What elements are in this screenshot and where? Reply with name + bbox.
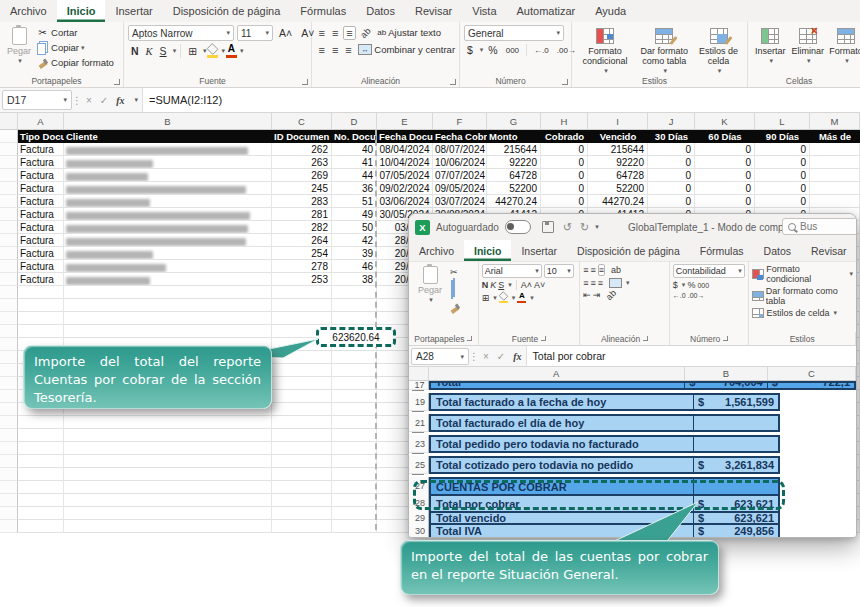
select-all-corner[interactable] [0, 113, 18, 129]
dialog-launcher-icon[interactable] [541, 336, 546, 341]
cell-d90[interactable]: 0 [755, 143, 810, 156]
decrease-font-button[interactable]: A˅ [534, 280, 545, 290]
tab-archivo[interactable]: Archivo [0, 0, 57, 22]
empty-cell[interactable] [272, 312, 332, 325]
cell-fecha_doc[interactable]: 09/02/2024 [377, 182, 433, 195]
header-fecha-docun[interactable]: Fecha Docun [377, 130, 433, 143]
tab-inicio[interactable]: Inicio [57, 0, 106, 22]
align-left-icon[interactable]: ≡ [583, 278, 588, 288]
empty-cell[interactable] [332, 481, 377, 494]
row-number[interactable]: 20 [0, 377, 18, 390]
delete-cells-button[interactable]: Eliminar ▾ [789, 25, 828, 66]
copy-button[interactable] [450, 281, 458, 299]
formula-input[interactable]: =SUMA(I2:I12) [142, 88, 860, 112]
cell-client[interactable] [64, 182, 272, 195]
fill-color-button[interactable] [499, 292, 508, 303]
row-number[interactable]: 19 [409, 393, 429, 411]
cell-vencido[interactable]: 64728 [588, 169, 648, 182]
row-number[interactable]: 10 [0, 247, 18, 260]
wrap-text-button[interactable]: abAjustar texto [377, 25, 441, 40]
cell-tipo[interactable]: Factura [18, 260, 64, 273]
empty-cell[interactable] [332, 468, 377, 481]
cell-d60[interactable]: 0 [695, 143, 755, 156]
font-color-button[interactable]: A [226, 44, 237, 58]
empty-cell[interactable] [64, 442, 272, 455]
cell-d30[interactable]: 0 [648, 143, 695, 156]
empty-cell[interactable] [64, 416, 272, 429]
header-30-dias[interactable]: 30 Días [648, 130, 695, 143]
empty-cell[interactable] [64, 520, 272, 533]
tab-formulas[interactable]: Fórmulas [290, 0, 356, 22]
cell-client[interactable] [64, 195, 272, 208]
cell-cobrado[interactable]: 0 [541, 169, 588, 182]
cell-client[interactable] [64, 273, 272, 286]
cell-d30[interactable]: 0 [648, 169, 695, 182]
column-header-C[interactable]: C [272, 113, 332, 129]
bold-button[interactable]: N [128, 45, 142, 57]
cell-d30[interactable]: 0 [648, 195, 695, 208]
column-header-A[interactable]: A [429, 367, 685, 380]
align-center-icon[interactable]: ≡ [591, 278, 596, 288]
cell-styles-button[interactable]: Estilos de celda▾ [752, 308, 853, 318]
cell-label[interactable]: Total facturado el día de hoy [431, 416, 693, 430]
cell-fecha_doc[interactable]: 07/05/2024 [377, 169, 433, 182]
header-60-dias[interactable]: 60 Días [695, 130, 755, 143]
align-left-icon[interactable]: ≡ [316, 44, 327, 56]
empty-cell[interactable] [64, 494, 272, 507]
column-header-A[interactable]: A [18, 113, 64, 129]
empty-cell[interactable] [64, 429, 272, 442]
empty-cell[interactable] [332, 429, 377, 442]
empty-cell[interactable] [18, 442, 64, 455]
cell-id[interactable]: 253 [272, 273, 332, 286]
row-number[interactable]: 24 [0, 429, 18, 442]
empty-cell[interactable] [272, 299, 332, 312]
borders-button[interactable]: ⊞ [482, 293, 490, 303]
cell-client[interactable] [64, 234, 272, 247]
cut-button[interactable]: ✂Cortar [36, 25, 114, 40]
row-number[interactable]: 21 [409, 414, 429, 432]
cell-monto[interactable]: 92220 [487, 156, 541, 169]
cell-tipo[interactable]: Factura [18, 195, 64, 208]
row-number[interactable]: 17 [0, 338, 18, 351]
decrease-indent-icon[interactable]: ⇤ [583, 290, 591, 300]
orientation-icon[interactable]: ab [357, 24, 375, 42]
tab-automatizar[interactable]: Automatizar [507, 0, 586, 22]
format-as-table-button[interactable]: Dar formato como tabla [752, 286, 853, 306]
empty-cell[interactable] [332, 390, 377, 403]
increase-indent-icon[interactable]: ⇥ [593, 290, 601, 300]
fill-color-button[interactable] [207, 44, 218, 58]
decrease-decimal-button[interactable]: .00→ [688, 292, 705, 299]
insert-cells-button[interactable]: Insertar ▾ [752, 25, 789, 66]
cell-d60[interactable]: 0 [695, 182, 755, 195]
row-number[interactable]: 9 [0, 234, 18, 247]
comma-format-button[interactable]: 000 [503, 46, 522, 55]
cell-id[interactable]: 278 [272, 260, 332, 273]
percent-format-button[interactable]: % [687, 280, 695, 290]
empty-cell[interactable] [272, 390, 332, 403]
empty-cell[interactable] [272, 416, 332, 429]
cell-mas[interactable] [810, 169, 860, 182]
save-icon[interactable] [542, 221, 554, 233]
empty-cell[interactable] [272, 403, 332, 416]
column-header-K[interactable]: K [695, 113, 755, 129]
annotation-cell-d17[interactable]: 623620.64 [316, 327, 396, 347]
cell-cobrado[interactable]: 0 [541, 143, 588, 156]
row-number[interactable]: 22 [0, 403, 18, 416]
tab-formulas[interactable]: Fórmulas [690, 240, 754, 261]
cell-id[interactable]: 254 [272, 247, 332, 260]
row-number[interactable]: 16 [0, 325, 18, 338]
cell-cobrado[interactable]: 0 [541, 195, 588, 208]
column-header-M[interactable]: M [810, 113, 860, 129]
cell-d60[interactable]: 0 [695, 195, 755, 208]
empty-cell[interactable] [18, 494, 64, 507]
row-number[interactable]: 18 [0, 351, 18, 364]
cell-tipo[interactable]: Factura [18, 247, 64, 260]
empty-cell[interactable] [18, 286, 64, 299]
tab-vista[interactable]: Vista [462, 0, 506, 22]
column-header-C[interactable]: C [768, 367, 856, 380]
paste-button[interactable]: Pegar ▾ [4, 25, 34, 66]
dialog-launcher-icon[interactable] [643, 336, 648, 341]
autosave-toggle[interactable] [505, 220, 531, 234]
empty-cell[interactable] [18, 312, 64, 325]
header-monto[interactable]: Monto [487, 130, 541, 143]
